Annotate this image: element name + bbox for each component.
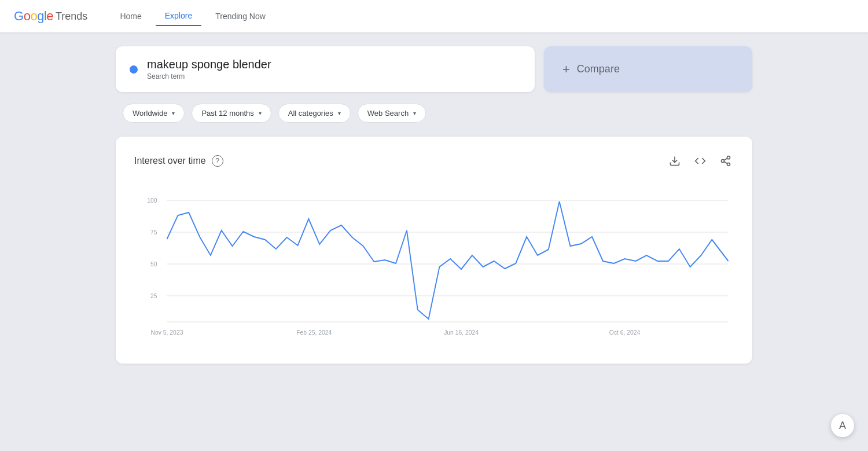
logo-area: Google Trends	[14, 9, 87, 24]
nav-explore[interactable]: Explore	[156, 6, 201, 26]
search-term-label: Search term	[147, 72, 271, 80]
search-term-text: makeup sponge blender	[147, 58, 271, 71]
share-button[interactable]	[718, 153, 734, 169]
svg-line-5	[724, 158, 727, 160]
filter-region[interactable]: Worldwide ▾	[123, 104, 185, 123]
filter-category[interactable]: All categories ▾	[278, 104, 351, 123]
trend-chart: 100 75 50 25 Nov 5, 2023 Feb 25, 2024 Ju…	[134, 183, 734, 345]
compare-box[interactable]: + Compare	[544, 46, 752, 92]
svg-text:Jun 16, 2024: Jun 16, 2024	[444, 329, 479, 336]
svg-text:Oct 6, 2024: Oct 6, 2024	[609, 329, 641, 336]
embed-button[interactable]	[692, 153, 708, 169]
chart-section: Interest over time ?	[116, 137, 752, 364]
svg-text:25: 25	[150, 292, 157, 299]
search-section: makeup sponge blender Search term + Comp…	[116, 46, 752, 92]
chart-title: Interest over time	[134, 156, 206, 166]
main-content: makeup sponge blender Search term + Comp…	[0, 32, 868, 377]
chevron-down-icon: ▾	[172, 110, 175, 116]
chevron-down-icon: ▾	[413, 110, 416, 116]
chart-actions	[667, 153, 734, 169]
filter-time[interactable]: Past 12 months ▾	[192, 104, 271, 123]
svg-line-4	[724, 162, 727, 163]
svg-text:100: 100	[147, 197, 157, 204]
help-icon[interactable]: ?	[212, 155, 223, 167]
compare-plus-icon: +	[562, 62, 570, 77]
chart-title-area: Interest over time ?	[134, 155, 223, 167]
trends-logo-text: Trends	[56, 10, 87, 23]
search-box[interactable]: makeup sponge blender Search term	[116, 46, 535, 92]
svg-point-1	[727, 156, 730, 159]
main-nav: Home Explore Trending Now	[111, 6, 274, 26]
nav-home[interactable]: Home	[111, 7, 150, 25]
chart-header: Interest over time ?	[134, 153, 734, 169]
accessibility-button[interactable]: A	[831, 414, 854, 437]
filters-section: Worldwide ▾ Past 12 months ▾ All categor…	[123, 104, 752, 123]
header: Google Trends Home Explore Trending Now	[0, 0, 868, 32]
svg-point-2	[722, 160, 724, 163]
svg-text:Feb 25, 2024: Feb 25, 2024	[296, 329, 332, 336]
chevron-down-icon: ▾	[338, 110, 341, 116]
chevron-down-icon: ▾	[259, 110, 262, 116]
search-dot-indicator	[130, 65, 138, 74]
chart-container: 100 75 50 25 Nov 5, 2023 Feb 25, 2024 Ju…	[134, 183, 734, 347]
download-button[interactable]	[667, 153, 683, 169]
filter-search-type[interactable]: Web Search ▾	[358, 104, 426, 123]
compare-label: Compare	[577, 63, 620, 75]
svg-point-3	[727, 163, 730, 166]
svg-text:50: 50	[150, 261, 157, 267]
svg-text:Nov 5, 2023: Nov 5, 2023	[151, 329, 183, 336]
search-text-area: makeup sponge blender Search term	[147, 58, 271, 80]
google-logo: Google	[14, 9, 53, 24]
nav-trending-now[interactable]: Trending Now	[206, 7, 275, 25]
svg-text:75: 75	[150, 229, 157, 236]
